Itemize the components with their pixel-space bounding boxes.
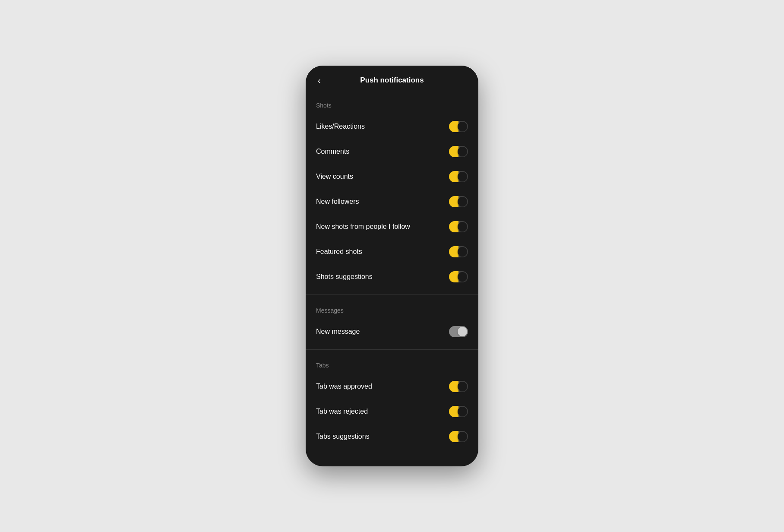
setting-item-likes-reactions: Likes/Reactions (306, 114, 478, 139)
setting-label-tab-rejected: Tab was rejected (316, 408, 368, 415)
setting-item-new-followers: New followers (306, 189, 478, 214)
toggle-shots-suggestions[interactable] (449, 271, 468, 282)
setting-item-view-counts: View counts (306, 164, 478, 189)
setting-item-new-shots-follow: New shots from people I follow (306, 214, 478, 239)
setting-item-comments: Comments (306, 139, 478, 164)
toggle-new-message[interactable] (449, 326, 468, 337)
toggle-new-shots-follow[interactable] (449, 221, 468, 232)
section-shots: Shots Likes/Reactions Comments (306, 95, 478, 289)
section-messages: Messages New message (306, 300, 478, 344)
section-title-tabs: Tabs (306, 355, 478, 374)
setting-item-tab-approved: Tab was approved (306, 374, 478, 399)
setting-label-view-counts: View counts (316, 173, 353, 180)
header: ‹ Push notifications (306, 66, 478, 92)
section-title-messages: Messages (306, 300, 478, 319)
setting-item-tabs-suggestions: Tabs suggestions (306, 424, 478, 449)
content-area: Shots Likes/Reactions Comments (306, 92, 478, 466)
divider-tabs (306, 349, 478, 350)
toggle-view-counts[interactable] (449, 171, 468, 182)
back-button[interactable]: ‹ (314, 74, 324, 86)
toggle-tab-rejected[interactable] (449, 406, 468, 417)
page-title: Push notifications (360, 76, 424, 85)
divider-messages (306, 294, 478, 295)
setting-label-comments: Comments (316, 148, 349, 155)
setting-label-new-followers: New followers (316, 198, 359, 206)
setting-label-likes-reactions: Likes/Reactions (316, 123, 365, 130)
setting-label-new-shots-follow: New shots from people I follow (316, 223, 410, 231)
toggle-featured-shots[interactable] (449, 246, 468, 257)
phone-container: ‹ Push notifications Shots Likes/Reactio… (306, 66, 478, 466)
section-title-shots: Shots (306, 95, 478, 114)
toggle-new-followers[interactable] (449, 196, 468, 207)
setting-item-new-message: New message (306, 319, 478, 344)
section-tabs: Tabs Tab was approved Tab was rejected (306, 355, 478, 449)
toggle-likes-reactions[interactable] (449, 121, 468, 132)
setting-item-featured-shots: Featured shots (306, 239, 478, 264)
setting-item-shots-suggestions: Shots suggestions (306, 264, 478, 289)
setting-label-shots-suggestions: Shots suggestions (316, 273, 373, 281)
setting-label-tab-approved: Tab was approved (316, 383, 372, 390)
toggle-tabs-suggestions[interactable] (449, 431, 468, 442)
setting-item-tab-rejected: Tab was rejected (306, 399, 478, 424)
setting-label-featured-shots: Featured shots (316, 248, 362, 256)
toggle-comments[interactable] (449, 146, 468, 157)
toggle-tab-approved[interactable] (449, 381, 468, 392)
setting-label-tabs-suggestions: Tabs suggestions (316, 433, 370, 440)
setting-label-new-message: New message (316, 328, 360, 336)
